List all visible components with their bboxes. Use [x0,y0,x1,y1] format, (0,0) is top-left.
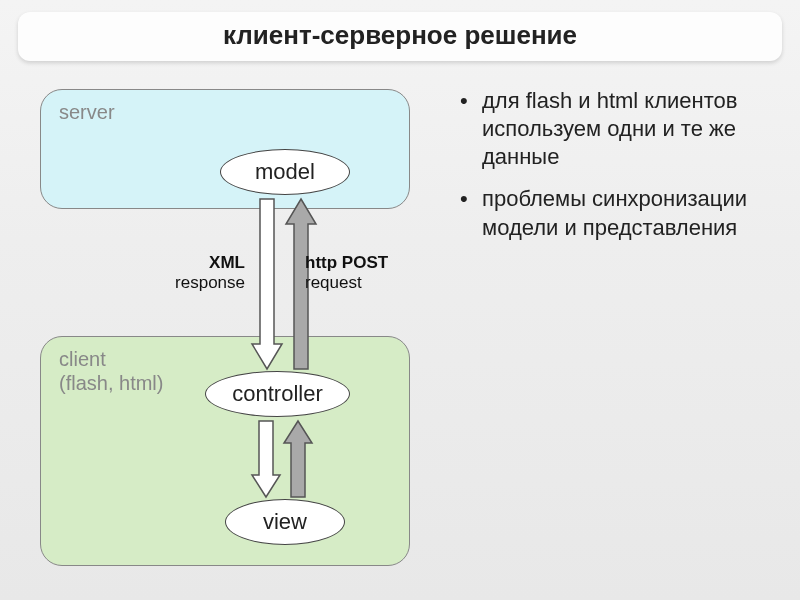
content-area: server client (flash, html) model contro… [0,61,800,571]
http-label-sub: request [305,273,425,293]
xml-response-label: XML response [145,253,245,292]
page-title: клиент-серверное решение [18,20,782,51]
bullet-list: для flash и html клиентов используем одн… [430,81,770,571]
node-view: view [225,499,345,545]
list-item: для flash и html клиентов используем одн… [460,87,760,171]
svg-marker-2 [252,421,280,497]
title-bar: клиент-серверное решение [18,12,782,61]
svg-marker-0 [252,199,282,369]
arrow-down-small-icon [252,421,280,497]
client-box: client (flash, html) [40,336,410,566]
server-box-label: server [59,100,115,124]
http-label-main: http POST [305,253,388,272]
xml-label-main: XML [209,253,245,272]
xml-label-sub: response [145,273,245,293]
server-box: server [40,89,410,209]
svg-marker-3 [284,421,312,497]
architecture-diagram: server client (flash, html) model contro… [30,81,430,571]
list-item: проблемы синхронизации модели и представ… [460,185,760,241]
arrow-down-icon [252,199,282,369]
client-box-label: client (flash, html) [59,347,163,395]
node-model: model [220,149,350,195]
arrow-up-small-icon [284,421,312,497]
http-post-label: http POST request [305,253,425,292]
node-controller: controller [205,371,350,417]
